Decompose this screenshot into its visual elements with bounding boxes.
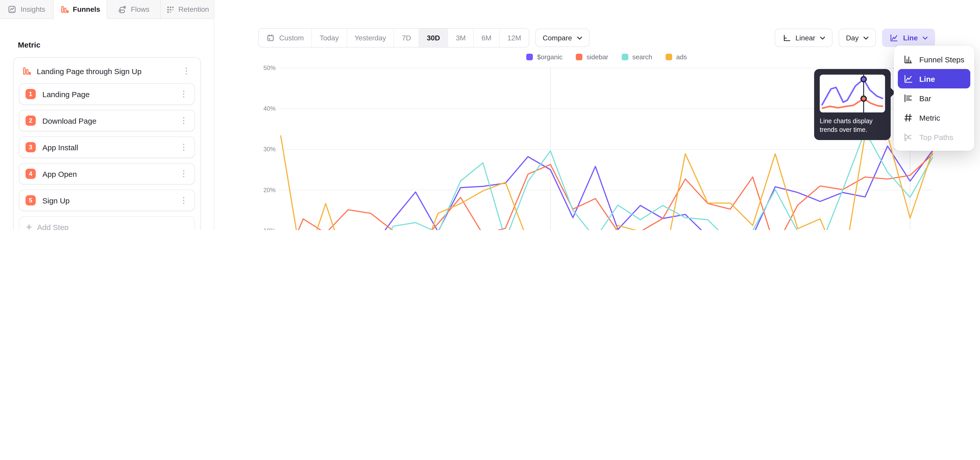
legend-swatch <box>526 54 533 60</box>
add-step-button[interactable]: + Add Step <box>19 216 195 230</box>
menu-item-label: Funnel Steps <box>919 55 964 64</box>
menu-item-label: Line <box>919 74 935 83</box>
compare-button[interactable]: Compare <box>535 29 589 47</box>
step-label: App Install <box>42 143 172 152</box>
legend-item-ads[interactable]: ads <box>666 53 687 61</box>
step-kebab-icon[interactable]: ⋮ <box>178 196 189 204</box>
tab-funnels[interactable]: Funnels <box>54 0 107 19</box>
menu-item-funnel-steps[interactable]: Funnel Steps <box>898 50 970 69</box>
tab-label: Retention <box>178 5 209 13</box>
range-label: 6M <box>482 34 492 42</box>
menu-item-top-paths: Top Paths <box>898 127 970 147</box>
menu-item-label: Metric <box>919 113 940 122</box>
svg-text:40%: 40% <box>263 105 275 112</box>
svg-text:30%: 30% <box>263 146 275 153</box>
legend-swatch <box>666 54 672 60</box>
legend-label: search <box>632 53 652 61</box>
legend-item-sidebar[interactable]: sidebar <box>576 53 608 61</box>
tooltip-text: Line charts display trends over time. <box>820 117 885 134</box>
metric-icon <box>903 112 913 123</box>
svg-text:50%: 50% <box>263 64 275 71</box>
step-number-badge: 1 <box>25 89 36 99</box>
scale-label: Linear <box>795 34 815 42</box>
funnel-step-4[interactable]: 4App Open⋮ <box>19 163 195 185</box>
line-chart-tooltip: Line charts display trends over time. <box>814 69 891 140</box>
chart-toolbar: CustomTodayYesterday7D30D3M6M12M Compare… <box>258 28 935 48</box>
menu-item-bar[interactable]: Bar <box>898 88 970 108</box>
menu-item-label: Top Paths <box>919 133 953 141</box>
step-label: Sign Up <box>42 196 172 205</box>
range-label: 30D <box>427 34 440 42</box>
range-3m[interactable]: 3M <box>448 29 474 47</box>
line-icon <box>903 73 913 84</box>
flows-icon <box>118 5 127 14</box>
step-kebab-icon[interactable]: ⋮ <box>178 170 189 178</box>
chart-legend: $organicsidebarsearchads <box>281 53 932 61</box>
step-number-badge: 3 <box>25 142 36 152</box>
step-number-badge: 2 <box>25 115 36 126</box>
tab-insights[interactable]: Insights <box>0 0 54 19</box>
range-yesterday[interactable]: Yesterday <box>347 29 394 47</box>
bar-icon <box>903 93 913 103</box>
metric-heading: Metric <box>18 40 196 49</box>
compare-label: Compare <box>542 34 572 42</box>
report-tabs: InsightsFunnelsFlowsRetention <box>0 0 215 19</box>
tab-label: Flows <box>130 5 149 13</box>
step-label: Download Page <box>42 116 172 125</box>
main-panel: CustomTodayYesterday7D30D3M6M12M Compare… <box>215 0 980 230</box>
calendar-icon <box>266 34 275 42</box>
tab-label: Funnels <box>73 5 100 13</box>
insights-icon <box>8 5 17 14</box>
funnel-step-5[interactable]: 5Sign Up⋮ <box>19 190 195 211</box>
step-kebab-icon[interactable]: ⋮ <box>178 143 189 151</box>
granularity-dropdown[interactable]: Day <box>839 29 876 47</box>
legend-item-organic[interactable]: $organic <box>526 53 563 61</box>
line-chart-icon <box>889 33 898 42</box>
funnel-step-1[interactable]: 1Landing Page⋮ <box>19 83 195 105</box>
range-30d[interactable]: 30D <box>419 29 448 47</box>
range-today[interactable]: Today <box>312 29 347 47</box>
menu-item-metric[interactable]: Metric <box>898 108 970 127</box>
range-7d[interactable]: 7D <box>394 29 419 47</box>
funnel-steps-list: 1Landing Page⋮2Download Page⋮3App Instal… <box>19 83 195 211</box>
tab-label: Insights <box>21 5 45 13</box>
menu-item-label: Bar <box>919 94 931 102</box>
top-paths-icon <box>903 132 913 142</box>
chart-type-menu: Funnel StepsLineBarMetricTop Paths <box>894 45 974 151</box>
legend-item-search[interactable]: search <box>622 53 652 61</box>
svg-text:20%: 20% <box>263 187 275 193</box>
tooltip-preview-image <box>820 75 885 112</box>
range-label: Yesterday <box>355 34 386 42</box>
legend-swatch <box>622 54 628 60</box>
range-label: 12M <box>508 34 521 42</box>
legend-label: $organic <box>537 53 563 61</box>
metric-card: Landing Page through Sign Up ⋮ 1Landing … <box>13 57 200 230</box>
linear-scale-icon <box>782 34 791 42</box>
range-6m[interactable]: 6M <box>474 29 500 47</box>
chart-type-label: Line <box>903 34 918 42</box>
step-label: App Open <box>42 169 172 178</box>
step-kebab-icon[interactable]: ⋮ <box>178 117 189 125</box>
tab-flows[interactable]: Flows <box>107 0 161 19</box>
metric-kebab-icon[interactable]: ⋮ <box>181 67 192 75</box>
legend-label: sidebar <box>587 53 608 61</box>
range-label: 3M <box>456 34 466 42</box>
scale-dropdown[interactable]: Linear <box>775 29 833 47</box>
metric-card-header[interactable]: Landing Page through Sign Up ⋮ <box>19 64 195 83</box>
chart-type-dropdown[interactable]: Line <box>882 29 935 47</box>
menu-item-line[interactable]: Line <box>898 69 970 88</box>
funnel-step-2[interactable]: 2Download Page⋮ <box>19 110 195 131</box>
range-label: Custom <box>279 34 304 42</box>
range-custom[interactable]: Custom <box>259 29 312 47</box>
svg-text:10%: 10% <box>263 227 275 230</box>
range-12m[interactable]: 12M <box>500 29 529 47</box>
funnels-icon <box>60 5 68 14</box>
plus-icon: + <box>26 222 32 230</box>
range-label: Today <box>320 34 339 42</box>
query-sidebar: Metric Landing Page through Sign Up ⋮ 1L… <box>0 19 215 230</box>
tab-retention[interactable]: Retention <box>161 0 215 19</box>
metric-heading-label: Metric <box>18 40 40 49</box>
funnel-step-3[interactable]: 3App Install⋮ <box>19 136 195 158</box>
granularity-label: Day <box>846 34 859 42</box>
step-kebab-icon[interactable]: ⋮ <box>178 90 189 98</box>
